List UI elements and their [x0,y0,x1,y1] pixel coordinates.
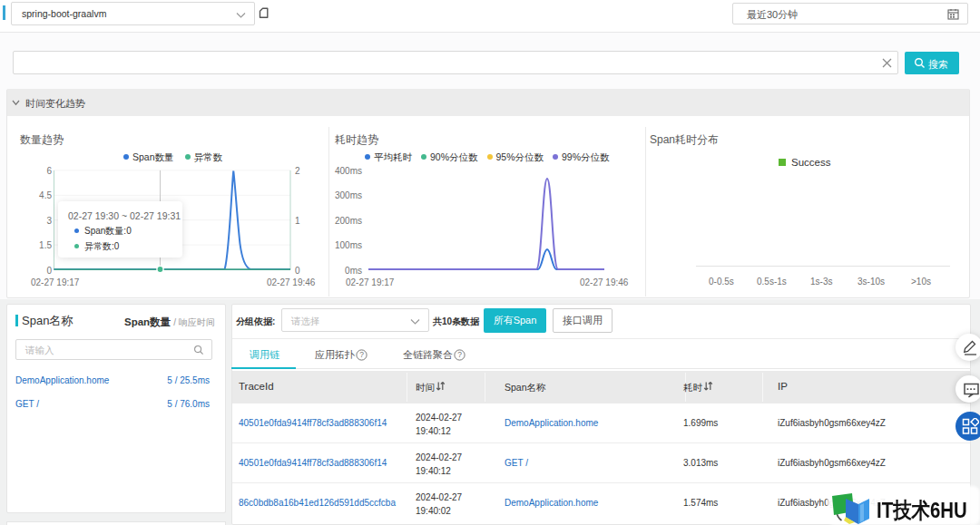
svg-text:?: ? [359,350,364,359]
svg-text:?: ? [457,350,462,359]
